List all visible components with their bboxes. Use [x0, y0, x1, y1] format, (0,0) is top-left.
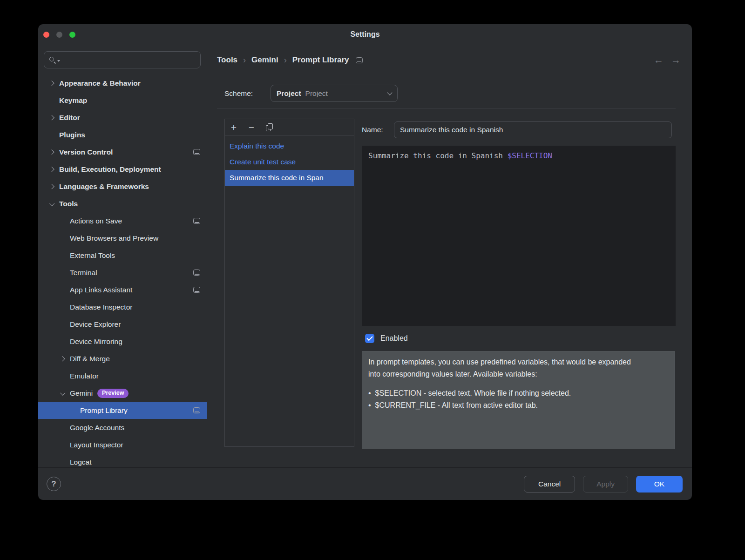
chevron-right-icon[interactable]: [48, 80, 55, 87]
sidebar-item-version-control[interactable]: Version Control: [38, 143, 207, 161]
sidebar-item-label: Logcat: [70, 458, 92, 466]
sidebar-item-label: Actions on Save: [70, 217, 122, 225]
sidebar-item-keymap[interactable]: Keymap: [38, 92, 207, 109]
sidebar-item-languages-frameworks[interactable]: Languages & Frameworks: [38, 178, 207, 195]
sidebar-item-label: Gemini: [70, 389, 93, 398]
footer: ? Cancel Apply OK: [38, 467, 692, 500]
settings-body: Appearance & BehaviorKeymapEditorPlugins…: [38, 45, 692, 467]
chevron-right-icon[interactable]: [59, 355, 66, 362]
divider: [217, 108, 676, 109]
prompt-list-panel: + − Explain this codeCreate unit test ca…: [224, 119, 354, 447]
chevron-spacer: [59, 338, 66, 345]
breadcrumb-settings-icon[interactable]: [356, 57, 363, 63]
copy-prompt-button[interactable]: [265, 123, 273, 131]
sidebar-item-label: Emulator: [70, 372, 99, 380]
sidebar-item-terminal[interactable]: Terminal: [38, 264, 207, 281]
sidebar-item-label: External Tools: [70, 251, 115, 260]
settings-tree: Appearance & BehaviorKeymapEditorPlugins…: [38, 74, 207, 467]
per-project-settings-icon: [193, 407, 200, 413]
sidebar-item-google-accounts[interactable]: Google Accounts: [38, 419, 207, 436]
sidebar-item-editor[interactable]: Editor: [38, 109, 207, 126]
sidebar-item-label: Google Accounts: [70, 424, 124, 432]
ok-button[interactable]: OK: [636, 476, 683, 493]
sidebar-item-database-inspector[interactable]: Database Inspector: [38, 298, 207, 316]
breadcrumb-gemini[interactable]: Gemini: [251, 55, 278, 65]
prompt-name-input[interactable]: [394, 121, 672, 138]
variables-list: $SELECTION - selected text. Whole file i…: [368, 387, 669, 412]
sidebar-item-prompt-library[interactable]: Prompt Library: [38, 402, 207, 419]
prompt-item-summarize-this-code-in-span[interactable]: Summarize this code in Span: [225, 170, 354, 186]
sidebar-item-web-browsers-and-preview[interactable]: Web Browsers and Preview: [38, 229, 207, 247]
scheme-select[interactable]: Project Project: [271, 85, 398, 102]
scheme-placeholder: Project: [305, 89, 328, 98]
sidebar-item-tools[interactable]: Tools: [38, 195, 207, 212]
sidebar-item-logcat[interactable]: Logcat: [38, 453, 207, 467]
sidebar-item-gemini[interactable]: GeminiPreview: [38, 385, 207, 402]
sidebar-item-actions-on-save[interactable]: Actions on Save: [38, 212, 207, 229]
breadcrumb: Tools › Gemini › Prompt Library: [217, 52, 369, 68]
prompt-item-create-unit-test-case[interactable]: Create unit test case: [225, 154, 354, 170]
sidebar-item-app-links-assistant[interactable]: App Links Assistant: [38, 281, 207, 298]
close-window-button[interactable]: [43, 32, 49, 38]
sidebar-item-label: Layout Inspector: [70, 441, 123, 449]
chevron-spacer: [59, 269, 66, 276]
sidebar-item-label: Database Inspector: [70, 303, 132, 311]
search-history-caret-icon[interactable]: [57, 60, 60, 62]
breadcrumb-tools[interactable]: Tools: [217, 55, 237, 65]
variable-item: $SELECTION - selected text. Whole file i…: [368, 387, 669, 399]
sidebar-item-device-explorer[interactable]: Device Explorer: [38, 316, 207, 333]
chevron-down-icon[interactable]: [48, 200, 55, 207]
chevron-right-icon[interactable]: [48, 148, 55, 155]
selection-variable-token: $SELECTION: [508, 151, 552, 160]
settings-sidebar: Appearance & BehaviorKeymapEditorPlugins…: [38, 45, 207, 467]
prompt-list-items: Explain this codeCreate unit test caseSu…: [225, 135, 354, 186]
apply-button[interactable]: Apply: [583, 476, 628, 493]
breadcrumb-separator-icon: ›: [243, 55, 246, 65]
window-title: Settings: [38, 30, 692, 39]
settings-window: Settings Appearance & BehaviorKeymapEdit…: [38, 24, 692, 500]
sidebar-item-label: Version Control: [59, 148, 113, 156]
sidebar-item-emulator[interactable]: Emulator: [38, 367, 207, 385]
chevron-spacer: [59, 217, 66, 224]
per-project-settings-icon: [193, 218, 200, 224]
chevron-spacer: [59, 252, 66, 259]
search-input[interactable]: [62, 56, 196, 64]
chevron-right-icon[interactable]: [48, 183, 55, 190]
sidebar-item-external-tools[interactable]: External Tools: [38, 247, 207, 264]
preview-badge: Preview: [97, 389, 129, 398]
sidebar-item-build-execution-deployment[interactable]: Build, Execution, Deployment: [38, 161, 207, 178]
chevron-spacer: [59, 441, 66, 448]
help-button[interactable]: ?: [47, 477, 61, 491]
enabled-checkbox[interactable]: [365, 334, 374, 343]
sidebar-item-diff-merge[interactable]: Diff & Merge: [38, 350, 207, 367]
sidebar-item-layout-inspector[interactable]: Layout Inspector: [38, 436, 207, 453]
minimize-window-button[interactable]: [56, 32, 62, 38]
chevron-spacer: [59, 424, 66, 431]
chevron-spacer: [48, 131, 55, 138]
sidebar-item-appearance-behavior[interactable]: Appearance & Behavior: [38, 74, 207, 92]
forward-button[interactable]: →: [671, 54, 681, 66]
add-prompt-button[interactable]: +: [230, 123, 238, 131]
history-navigation: ← →: [654, 52, 681, 68]
chevron-spacer: [59, 321, 66, 328]
remove-prompt-button[interactable]: −: [247, 123, 256, 131]
chevron-spacer: [69, 407, 76, 414]
sidebar-item-label: Tools: [59, 200, 78, 208]
prompt-item-explain-this-code[interactable]: Explain this code: [225, 138, 354, 154]
scheme-label: Scheme:: [224, 85, 253, 102]
chevron-spacer: [59, 304, 66, 310]
per-project-settings-icon: [193, 287, 200, 293]
breadcrumb-prompt-library[interactable]: Prompt Library: [292, 55, 349, 65]
chevron-right-icon[interactable]: [48, 166, 55, 173]
settings-search-field[interactable]: [44, 51, 201, 68]
sidebar-item-device-mirroring[interactable]: Device Mirroring: [38, 333, 207, 350]
chevron-down-icon[interactable]: [59, 390, 66, 397]
chevron-right-icon[interactable]: [48, 114, 55, 121]
prompt-text-editor[interactable]: Summarize this code in Spanish $SELECTIO…: [362, 146, 676, 326]
sidebar-item-plugins[interactable]: Plugins: [38, 126, 207, 143]
settings-content: Tools › Gemini › Prompt Library ← → Sche…: [207, 45, 692, 467]
cancel-button[interactable]: Cancel: [524, 476, 575, 493]
zoom-window-button[interactable]: [69, 32, 75, 38]
help-intro: In prompt templates, you can use predefi…: [368, 356, 634, 380]
back-button[interactable]: ←: [654, 54, 664, 66]
